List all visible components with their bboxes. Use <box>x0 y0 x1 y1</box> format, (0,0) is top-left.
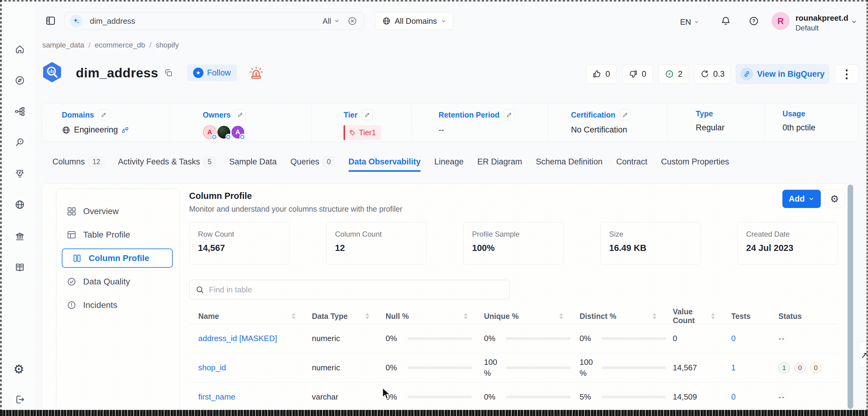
alert-siren-icon[interactable] <box>249 66 263 80</box>
column-header-data-type[interactable]: Data Type <box>303 309 377 324</box>
logout-icon[interactable] <box>14 394 25 405</box>
column-name-link[interactable]: address_id [MASKED] <box>198 334 277 343</box>
language-dropdown[interactable]: EN <box>680 18 699 27</box>
tab-count-badge: 5 <box>204 157 216 167</box>
value-count-cell: 14,509 <box>664 392 723 402</box>
tab-queries[interactable]: Queries0 <box>290 157 335 167</box>
profiler-menu-item-overview[interactable]: Overview <box>56 202 179 221</box>
upvote-button[interactable]: 0 <box>586 64 616 84</box>
thumbs-down-icon <box>629 69 638 78</box>
tab-activity-feeds-tasks[interactable]: Activity Feeds & Tasks5 <box>118 157 215 167</box>
column-header-null[interactable]: Null % <box>377 309 475 324</box>
glossary-book-icon[interactable] <box>14 262 25 273</box>
tab-er-diagram[interactable]: ER Diagram <box>477 157 522 167</box>
all-domains-dropdown[interactable]: All Domains <box>375 12 453 30</box>
domains-globe-icon[interactable] <box>14 199 25 210</box>
tab-columns[interactable]: Columns12 <box>52 157 104 167</box>
follow-button[interactable]: ★ Follow <box>187 65 237 81</box>
clear-search-icon[interactable] <box>347 16 357 26</box>
explore-compass-icon[interactable] <box>14 75 25 86</box>
column-header-distinct[interactable]: Distinct % <box>571 309 664 324</box>
column-profile-table: NameData TypeNull %Unique %Distinct %Val… <box>189 309 838 412</box>
user-avatar[interactable]: R <box>772 12 789 30</box>
insights-bulb-icon[interactable] <box>14 168 25 179</box>
breadcrumb-item[interactable]: shopify <box>156 41 179 49</box>
column-header-name[interactable]: Name <box>189 309 303 324</box>
column-name-link[interactable]: shop_id <box>198 363 226 373</box>
breadcrumb-item[interactable]: ecommerce_db <box>95 41 145 49</box>
global-search-bar[interactable]: All <box>65 12 364 30</box>
version-history-icon <box>700 69 709 78</box>
tab-schema-definition[interactable]: Schema Definition <box>536 157 602 167</box>
breadcrumb-item[interactable]: sample_data <box>42 41 84 49</box>
lineage-flow-icon[interactable] <box>14 106 25 117</box>
sort-icon[interactable] <box>292 313 296 319</box>
find-in-table-input[interactable] <box>208 285 509 295</box>
global-search-input[interactable] <box>89 16 322 26</box>
profiler-menu-item-table-profile[interactable]: Table Profile <box>56 225 179 244</box>
entity-tabs: Columns12Activity Feeds & Tasks5Sample D… <box>52 154 729 169</box>
name-cell: shop_id <box>189 363 303 373</box>
version-button[interactable]: 0.3 <box>695 64 730 84</box>
profiler-settings-gear-icon[interactable]: ⚙ <box>825 190 844 208</box>
tier-chip[interactable]: Tier1 <box>344 125 381 140</box>
tab-lineage[interactable]: Lineage <box>434 157 464 167</box>
observability-search-icon[interactable] <box>14 137 25 148</box>
tab-custom-properties[interactable]: Custom Properties <box>661 157 729 167</box>
edit-domains-icon[interactable] <box>98 109 109 120</box>
data-type-cell: varchar <box>303 392 377 402</box>
domain-value-link[interactable]: Engineering <box>74 125 118 135</box>
downvote-button[interactable]: 0 <box>622 64 653 84</box>
column-header-value-count[interactable]: Value Count <box>664 309 723 324</box>
owner-avatar[interactable]: A <box>231 125 245 139</box>
sort-icon[interactable] <box>711 313 715 319</box>
profiler-menu-item-column-profile[interactable]: Column Profile <box>62 249 173 268</box>
edit-retention-icon[interactable] <box>504 109 515 120</box>
user-menu-chevron-icon[interactable] <box>851 19 857 25</box>
column-name-link[interactable]: first_name <box>198 392 235 402</box>
sort-icon[interactable] <box>559 313 563 319</box>
tab-contract[interactable]: Contract <box>616 157 647 167</box>
table-header: NameData TypeNull %Unique %Distinct %Val… <box>189 309 838 324</box>
mouse-cursor <box>381 387 391 402</box>
tests-link[interactable]: 0 <box>731 392 736 402</box>
view-in-bigquery-button[interactable]: View in BigQuery <box>736 64 829 84</box>
tab-data-observability[interactable]: Data Observability <box>348 157 421 167</box>
home-icon[interactable] <box>14 44 25 55</box>
ai-sparkle-icon[interactable] <box>70 14 83 27</box>
add-button[interactable]: Add <box>782 190 821 208</box>
vertical-scrollbar[interactable] <box>847 185 853 409</box>
sort-icon[interactable] <box>464 313 467 319</box>
tests-link[interactable]: 0 <box>731 334 736 343</box>
settings-gear-icon[interactable]: ⚙ <box>13 363 24 375</box>
sort-icon[interactable] <box>653 313 656 319</box>
notifications-bell-icon[interactable] <box>721 16 731 26</box>
profiler-menu-item-data-quality[interactable]: Data Quality <box>56 272 179 291</box>
find-in-table[interactable] <box>189 280 509 299</box>
governance-bank-icon[interactable] <box>14 231 25 242</box>
percent-cell: 0% <box>377 392 475 402</box>
tests-link[interactable]: 1 <box>731 363 736 373</box>
stat-label: Created Date <box>746 230 829 238</box>
progress-bar <box>601 337 666 340</box>
edit-owners-icon[interactable] <box>235 109 246 120</box>
search-scope-dropdown[interactable]: All <box>322 17 340 26</box>
views-count-button[interactable]: 2 <box>658 64 689 84</box>
thumbs-up-icon <box>592 69 601 78</box>
profiler-menu-item-incidents[interactable]: Incidents <box>56 295 179 315</box>
edit-tier-icon[interactable] <box>362 109 373 120</box>
menu-item-label: Table Profile <box>83 230 130 240</box>
more-options-kebab-icon[interactable]: ⋮ <box>835 64 859 84</box>
sort-icon[interactable] <box>366 313 369 319</box>
column-header-unique[interactable]: Unique % <box>475 309 571 324</box>
edit-certification-icon[interactable] <box>620 109 631 120</box>
user-info[interactable]: rounakpreet.d Default <box>796 14 848 32</box>
owner-avatar[interactable]: A <box>203 125 217 139</box>
copy-name-icon[interactable] <box>164 68 173 77</box>
progress-bar <box>506 366 570 369</box>
tab-sample-data[interactable]: Sample Data <box>229 157 277 167</box>
owner-avatar[interactable] <box>217 125 231 139</box>
sidebar-toggle-icon[interactable] <box>45 15 56 26</box>
profiler-card: OverviewTable ProfileColumn ProfileData … <box>42 183 854 415</box>
help-icon[interactable]: ? <box>749 16 759 26</box>
